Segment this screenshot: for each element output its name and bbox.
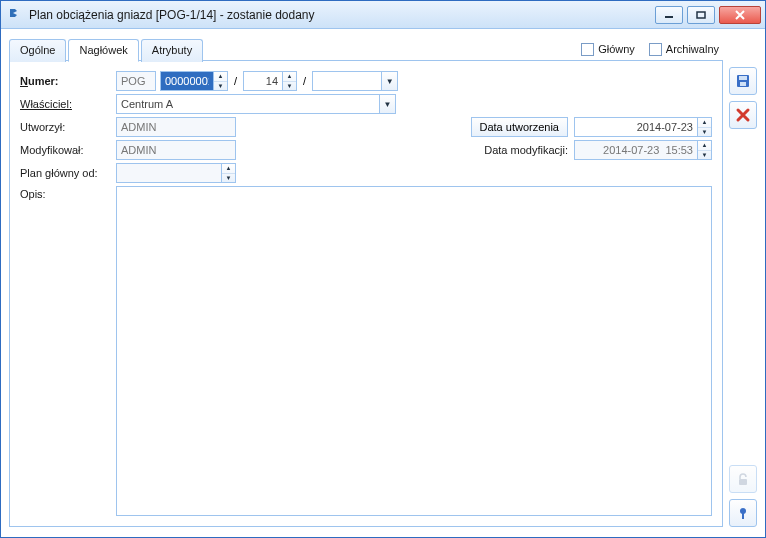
app-icon: [7, 7, 23, 23]
check-archiwalny[interactable]: Archiwalny: [649, 43, 719, 56]
chevron-down-icon[interactable]: ▼: [382, 71, 398, 91]
separator: /: [232, 75, 239, 87]
data-utworzenia-field[interactable]: [574, 117, 698, 137]
data-utworzenia-spinner[interactable]: ▲▼: [574, 117, 712, 137]
maximize-button[interactable]: [687, 6, 715, 24]
wlasciciel-combo[interactable]: ▼: [116, 94, 396, 114]
spinner-buttons[interactable]: ▲▼: [214, 71, 228, 91]
chevron-down-icon[interactable]: ▼: [380, 94, 396, 114]
delete-button[interactable]: [729, 101, 757, 129]
delete-icon: [735, 107, 751, 123]
window-title: Plan obciążenia gniazd [POG-1/14] - zost…: [29, 8, 649, 22]
tab-bar: Ogólne Nagłówek Atrybuty: [9, 38, 205, 61]
data-utworzenia-button[interactable]: Data utworzenia: [471, 117, 569, 137]
numer-seq-spinner[interactable]: ▲▼: [160, 71, 228, 91]
numer-seq-field[interactable]: [160, 71, 214, 91]
checkbox-icon: [649, 43, 662, 56]
numer-suffix-field[interactable]: [312, 71, 382, 91]
tab-naglowek[interactable]: Nagłówek: [68, 39, 138, 62]
body: Ogólne Nagłówek Atrybuty Główny Archiwal…: [1, 29, 765, 537]
save-icon: [735, 73, 751, 89]
check-glowny-label: Główny: [598, 43, 635, 55]
numer-year-field[interactable]: [243, 71, 283, 91]
wlasciciel-field[interactable]: [116, 94, 380, 114]
label-modyfikowal: Modyfikował:: [20, 144, 112, 156]
window-buttons: [655, 6, 761, 24]
label-utworzyl: Utworzył:: [20, 121, 112, 133]
data-modyfikacji-field: [574, 140, 698, 160]
spinner-buttons[interactable]: ▲▼: [698, 117, 712, 137]
plan-date-spinner[interactable]: ▲▼: [116, 163, 236, 183]
checkbox-icon: [581, 43, 594, 56]
pin-button[interactable]: [729, 499, 757, 527]
titlebar: Plan obciążenia gniazd [POG-1/14] - zost…: [1, 1, 765, 29]
spinner-buttons[interactable]: ▲▼: [283, 71, 297, 91]
label-data-modyfikacji: Data modyfikacji:: [484, 144, 568, 156]
save-button[interactable]: [729, 67, 757, 95]
lock-icon: [735, 471, 751, 487]
label-numer: Numer:: [20, 75, 112, 87]
svg-rect-1: [697, 12, 705, 18]
check-glowny[interactable]: Główny: [581, 43, 635, 56]
lock-button[interactable]: [729, 465, 757, 493]
utworzyl-field: [116, 117, 236, 137]
label-plan-glowny-od: Plan główny od:: [20, 167, 112, 179]
topbar: Ogólne Nagłówek Atrybuty Główny Archiwal…: [9, 37, 723, 61]
tab-ogolne[interactable]: Ogólne: [9, 39, 66, 62]
svg-rect-0: [665, 16, 673, 18]
plan-date-field[interactable]: [116, 163, 222, 183]
pin-icon: [735, 505, 751, 521]
modyfikowal-field: [116, 140, 236, 160]
label-opis: Opis:: [20, 186, 112, 200]
numer-prefix-field: [116, 71, 156, 91]
side-actions: [729, 29, 765, 537]
separator: /: [301, 75, 308, 87]
svg-rect-5: [739, 479, 747, 485]
numer-suffix-combo[interactable]: ▼: [312, 71, 398, 91]
window-frame: Plan obciążenia gniazd [POG-1/14] - zost…: [0, 0, 766, 538]
svg-rect-4: [740, 82, 746, 86]
content-area: Ogólne Nagłówek Atrybuty Główny Archiwal…: [1, 29, 729, 537]
spinner-buttons: ▲▼: [698, 140, 712, 160]
svg-rect-7: [742, 513, 744, 519]
opis-textarea[interactable]: [116, 186, 712, 516]
svg-rect-3: [739, 76, 747, 80]
data-modyfikacji-spinner: ▲▼: [574, 140, 712, 160]
check-archiwalny-label: Archiwalny: [666, 43, 719, 55]
minimize-button[interactable]: [655, 6, 683, 24]
spinner-buttons[interactable]: ▲▼: [222, 163, 236, 183]
label-wlasciciel[interactable]: Właściciel:: [20, 98, 112, 110]
form-panel: Numer: ▲▼ / ▲▼ / ▼: [9, 60, 723, 527]
numer-year-spinner[interactable]: ▲▼: [243, 71, 297, 91]
close-button[interactable]: [719, 6, 761, 24]
tab-atrybuty[interactable]: Atrybuty: [141, 39, 203, 62]
